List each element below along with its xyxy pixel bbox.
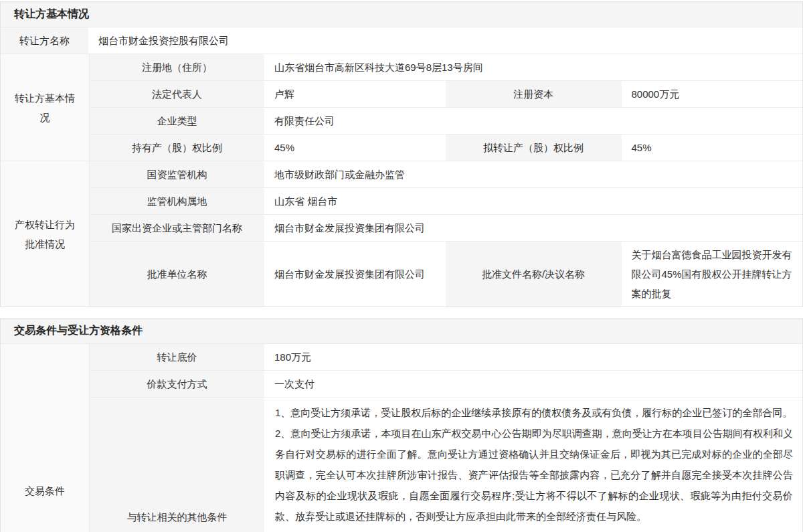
transaction-conditions-group-label: 交易条件 bbox=[1, 344, 90, 532]
condition-item-1: 1、意向受让方须承诺，受让股权后标的企业继续承接原有的债权债务及或有负债，履行标… bbox=[275, 402, 793, 423]
transfer-ratio-label: 拟转让产（股）权比例 bbox=[446, 135, 623, 161]
transaction-conditions-header: 交易条件与受让方资格条件 bbox=[1, 319, 802, 343]
agency-region-value: 山东省 烟台市 bbox=[266, 188, 802, 214]
condition-item-2: 2、意向受让方须承诺，本项目在山东产权交易中心公告期即为尽职调查期，意向受让方在… bbox=[275, 423, 793, 527]
approval-unit-document-row: 批准单位名称 烟台市财金发展投资集团有限公司 批准文件名称/决议名称 关于烟台富… bbox=[90, 241, 802, 306]
approval-info-group: 产权转让行为批准情况 国资监管机构 地市级财政部门或金融办监管 监管机构属地 山… bbox=[1, 161, 802, 306]
transaction-conditions-title: 交易条件与受让方资格条件 bbox=[14, 324, 143, 338]
other-conditions-value: 1、意向受让方须承诺，受让股权后标的企业继续承接原有的债权债务及或有负债，履行标… bbox=[266, 397, 802, 532]
property-transfer-listing-page: 转让方基本情况 转让方名称 烟台市财金投资控股有限公司 转让方基本情况 注册地（… bbox=[0, 0, 803, 532]
registered-address-label: 注册地（住所） bbox=[90, 54, 266, 80]
legal-rep-capital-row: 法定代表人 卢辉 注册资本 80000万元 bbox=[90, 80, 802, 107]
state-funded-enterprise-value: 烟台市财金发展投资集团有限公司 bbox=[266, 215, 802, 241]
agency-region-label: 监管机构属地 bbox=[90, 188, 266, 214]
basic-info-group-rows: 注册地（住所） 山东省烟台市高新区科技大道69号8层13号房间 法定代表人 卢辉… bbox=[90, 54, 802, 161]
transaction-conditions-group-rows: 转让底价 180万元 价款支付方式 一次支付 与转让相关的其他条件 1、意向受让… bbox=[90, 344, 802, 532]
registered-capital-label: 注册资本 bbox=[446, 81, 623, 107]
base-price-value: 180万元 bbox=[266, 344, 802, 370]
equity-ratio-row: 持有产（股）权比例 45% 拟转让产（股）权比例 45% bbox=[90, 134, 802, 161]
transferor-name-label: 转让方名称 bbox=[1, 27, 90, 54]
approval-info-group-rows: 国资监管机构 地市级财政部门或金融办监管 监管机构属地 山东省 烟台市 国家出资… bbox=[90, 161, 802, 306]
condition-item-3: 3、意向受让方须承诺，在被确定为受让方的次日起5个工作日内与转让方签订《产权交易… bbox=[275, 527, 793, 532]
supervision-agency-value: 地市级财政部门或金融办监管 bbox=[266, 161, 802, 187]
approval-info-group-label: 产权转让行为批准情况 bbox=[1, 161, 90, 306]
held-ratio-value: 45% bbox=[266, 135, 446, 161]
company-type-label: 企业类型 bbox=[90, 108, 266, 134]
basic-info-group: 转让方基本情况 注册地（住所） 山东省烟台市高新区科技大道69号8层13号房间 … bbox=[1, 54, 802, 161]
registered-capital-value: 80000万元 bbox=[623, 81, 803, 107]
approval-document-label: 批准文件名称/决议名称 bbox=[446, 242, 623, 306]
registered-address-value: 山东省烟台市高新区科技大道69号8层13号房间 bbox=[266, 54, 802, 80]
approval-unit-label: 批准单位名称 bbox=[90, 242, 266, 306]
transaction-conditions-group: 交易条件 转让底价 180万元 价款支付方式 一次支付 与转让相关的其他条件 1… bbox=[1, 343, 802, 532]
state-funded-enterprise-label: 国家出资企业或主管部门名称 bbox=[90, 215, 266, 241]
payment-method-label: 价款支付方式 bbox=[90, 371, 266, 397]
legal-rep-value: 卢辉 bbox=[266, 81, 446, 107]
payment-method-row: 价款支付方式 一次支付 bbox=[90, 370, 802, 397]
transaction-conditions-section: 交易条件与受让方资格条件 交易条件 转让底价 180万元 价款支付方式 一次支付… bbox=[0, 318, 803, 532]
company-type-value: 有限责任公司 bbox=[266, 108, 802, 134]
registered-address-row: 注册地（住所） 山东省烟台市高新区科技大道69号8层13号房间 bbox=[90, 54, 802, 80]
approval-document-value: 关于烟台富德食品工业园投资开发有限公司45%国有股权公开挂牌转让方案的批复 bbox=[623, 242, 803, 306]
base-price-label: 转让底价 bbox=[90, 344, 266, 370]
transfer-ratio-value: 45% bbox=[623, 135, 803, 161]
supervision-agency-row: 国资监管机构 地市级财政部门或金融办监管 bbox=[90, 161, 802, 187]
agency-region-row: 监管机构属地 山东省 烟台市 bbox=[90, 187, 802, 214]
other-conditions-label: 与转让相关的其他条件 bbox=[90, 397, 266, 532]
held-ratio-label: 持有产（股）权比例 bbox=[90, 135, 266, 161]
transferor-section: 转让方基本情况 转让方名称 烟台市财金投资控股有限公司 转让方基本情况 注册地（… bbox=[0, 1, 803, 307]
supervision-agency-label: 国资监管机构 bbox=[90, 161, 266, 187]
other-conditions-row: 与转让相关的其他条件 1、意向受让方须承诺，受让股权后标的企业继续承接原有的债权… bbox=[90, 397, 802, 532]
transferor-section-header: 转让方基本情况 bbox=[1, 2, 802, 27]
transferor-name-row: 转让方名称 烟台市财金投资控股有限公司 bbox=[1, 27, 802, 54]
payment-method-value: 一次支付 bbox=[266, 371, 802, 397]
company-type-row: 企业类型 有限责任公司 bbox=[90, 107, 802, 134]
approval-unit-value: 烟台市财金发展投资集团有限公司 bbox=[266, 242, 446, 306]
legal-rep-label: 法定代表人 bbox=[90, 81, 266, 107]
base-price-row: 转让底价 180万元 bbox=[90, 344, 802, 370]
transferor-section-title: 转让方基本情况 bbox=[14, 7, 89, 21]
state-funded-enterprise-row: 国家出资企业或主管部门名称 烟台市财金发展投资集团有限公司 bbox=[90, 214, 802, 241]
transferor-name-value: 烟台市财金投资控股有限公司 bbox=[90, 27, 802, 54]
basic-info-group-label: 转让方基本情况 bbox=[1, 54, 90, 161]
